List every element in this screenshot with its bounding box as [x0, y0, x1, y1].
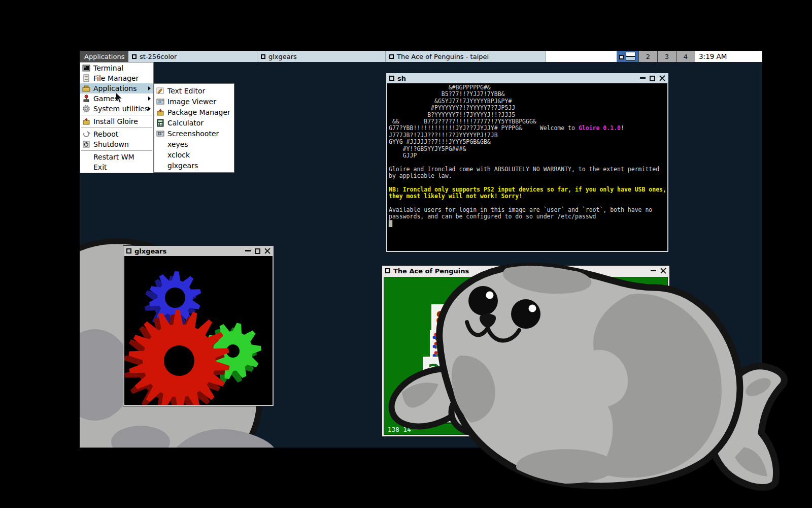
tile-rank: 8 [435, 307, 448, 328]
calculator-icon [156, 119, 164, 127]
window-square-icon [261, 54, 265, 59]
menu-item-label: Package Manager [167, 108, 230, 116]
submenu-item-text-editor[interactable]: Text Editor [154, 85, 234, 96]
workspace-label: 3 [665, 53, 669, 60]
workspace-button-4[interactable]: 4 [676, 51, 695, 62]
reboot-icon [82, 130, 90, 138]
taskbar-window-button-st[interactable]: st-256color [128, 51, 257, 62]
no-icon-spacer [156, 140, 164, 148]
system-utilities-icon [82, 105, 90, 113]
game-tile-2[interactable]: 2 [423, 357, 445, 387]
taskbar-window-button-glxgears[interactable]: glxgears [257, 51, 386, 62]
menu-item-label: Screenshooter [167, 130, 219, 138]
submenu-item-glxgears[interactable]: glxgears [154, 160, 234, 171]
workspace-label: 2 [646, 53, 650, 60]
terminal-line: B5?77!!?YJJ7!7YBB& [389, 91, 667, 98]
terminal-line: #PYYYYYY?!?YYYYY7?7JP5JJ [389, 105, 667, 111]
taskbar-window-button-penguins[interactable]: The Ace of Penguins - taipei [386, 51, 546, 62]
glxgears-titlebar[interactable]: glxgears [123, 246, 274, 256]
minimize-icon[interactable] [245, 250, 251, 251]
taskbar-clock: 3:19 AM [695, 51, 762, 62]
workspace-button-3[interactable]: 3 [657, 51, 676, 62]
menu-item-label: xeyes [167, 140, 188, 148]
gears-graphic [124, 256, 273, 405]
no-icon-spacer [156, 162, 164, 170]
submenu-item-package-manager[interactable]: Package Manager [154, 107, 234, 117]
terminal-line: #Y!?GB5YYJY5PG###& [389, 146, 667, 152]
menu-item-label: Applications [93, 84, 137, 92]
menu-item-label: Exit [93, 163, 107, 171]
menu-item-applications[interactable]: Applications [80, 83, 153, 93]
close-icon[interactable] [659, 75, 665, 81]
maximize-icon[interactable] [650, 76, 655, 81]
submenu-item-xeyes[interactable]: xeyes [154, 139, 234, 149]
submenu-item-calculator[interactable]: Calculator [154, 117, 234, 128]
menu-separator [81, 128, 152, 128]
applications-menu: Terminal File Manager Applications Games… [80, 62, 154, 173]
game-tile[interactable] [453, 400, 462, 423]
menu-item-reboot[interactable]: Reboot [80, 129, 153, 139]
menu-item-label: Reboot [93, 130, 118, 138]
clubs-icon [431, 331, 451, 360]
screenshooter-icon [156, 130, 164, 138]
blue-gear-hole [165, 288, 185, 308]
menu-item-terminal[interactable]: Terminal [80, 63, 153, 73]
terminal-icon [82, 64, 90, 72]
terminal-line: B?YYYYYY7!!7JYYYYJ!!?JJJ5 [389, 112, 667, 118]
taskbar-window-label: st-256color [140, 53, 177, 60]
penguins-titlebar[interactable]: The Ace of Penguins [382, 266, 669, 276]
terminal-line [389, 200, 667, 207]
menu-separator [81, 150, 152, 151]
minimize-icon[interactable] [640, 77, 646, 79]
menu-item-system-utilities[interactable]: System utilities [80, 104, 153, 114]
minimize-icon[interactable] [651, 270, 656, 271]
pager-mini-window [619, 55, 624, 59]
menu-item-label: xclock [167, 151, 190, 159]
menu-item-label: Image Viewer [167, 98, 216, 106]
applications-icon [82, 84, 90, 92]
window-square-icon [389, 54, 394, 59]
terminal-titlebar[interactable]: sh [386, 73, 668, 83]
window-square-icon [126, 248, 131, 253]
submenu-arrow-icon [148, 107, 151, 111]
menu-item-label: Calculator [167, 119, 204, 127]
terminal-output: &#BGPPPPPG#& B5?77!!?YJJ7!7YBB& &G5YJ77!… [387, 83, 667, 251]
submenu-arrow-icon [148, 86, 151, 90]
no-icon-spacer [156, 151, 164, 159]
desktop-screen: Applications st-256color glxgears The Ac… [80, 51, 762, 448]
menu-item-exit[interactable]: Exit [80, 162, 153, 172]
maximize-icon[interactable] [255, 248, 260, 254]
close-icon[interactable] [660, 268, 666, 274]
game-tile-clubs[interactable] [430, 330, 452, 361]
terminal-window-title: sh [397, 75, 406, 82]
submenu-item-image-viewer[interactable]: Image Viewer [154, 96, 234, 107]
desktop-root: Applications st-256color glxgears The Ac… [0, 0, 812, 508]
menu-item-label: Terminal [93, 64, 123, 72]
red-gear-hole [164, 345, 194, 376]
triangle-icon [430, 398, 452, 421]
workspace-pager-icon[interactable] [617, 51, 638, 62]
menu-item-restart-wm[interactable]: Restart WM [80, 152, 153, 162]
pager-mini-window [626, 56, 635, 60]
close-icon[interactable] [264, 248, 270, 254]
menu-item-label: Games [93, 94, 118, 103]
submenu-item-screenshooter[interactable]: Screenshooter [154, 128, 234, 139]
install-gloire-icon [82, 117, 90, 125]
menu-item-shutdown[interactable]: Shutdown [80, 139, 153, 149]
menu-item-file-manager[interactable]: File Manager [80, 73, 153, 83]
menu-item-games[interactable]: Games [80, 93, 153, 104]
glxgears-window: glxgears [123, 245, 274, 406]
terminal-line [389, 159, 667, 166]
applications-menu-button[interactable]: Applications [80, 51, 128, 62]
taskbar-empty-area [546, 51, 617, 62]
menu-item-label: glxgears [167, 162, 198, 170]
terminal-line: Gloire and Ironclad come with ABSOLUTELY… [389, 166, 667, 173]
terminal-line: J777JB?!7JJ???!!!7?JYYYYYPJ!7JB [389, 132, 667, 139]
submenu-item-xclock[interactable]: xclock [154, 149, 234, 160]
text-editor-icon [156, 87, 164, 95]
menu-item-install-gloire[interactable]: Install Gloire [80, 116, 153, 126]
taskbar: Applications st-256color glxgears The Ac… [80, 51, 762, 62]
menu-item-label: Shutdown [93, 140, 129, 148]
game-tile-triangle[interactable] [429, 397, 453, 423]
workspace-button-2[interactable]: 2 [638, 51, 657, 62]
